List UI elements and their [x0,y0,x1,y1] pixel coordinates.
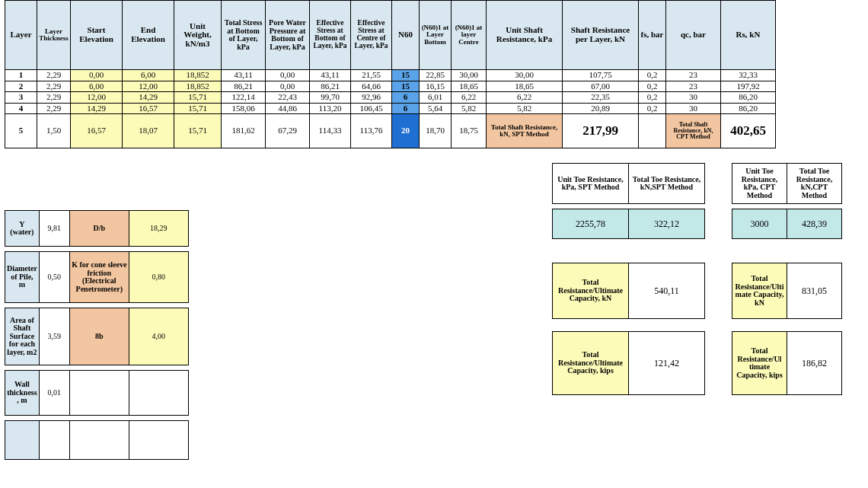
cell: 1 [5,70,37,81]
cell: 2 [5,81,37,92]
cell: 2,29 [37,81,71,92]
cell [69,371,129,416]
table-row-summary: 5 1,50 16,57 18,07 15,71 181,62 67,29 11… [5,114,776,148]
hdr-n60c: (N60)1 at layer Centre [452,1,487,70]
cell: 158,06 [222,103,266,114]
cell: 86,21 [310,81,351,92]
cell: 5 [5,114,37,148]
cell: 4 [5,103,37,114]
cell: 22,85 [420,70,452,81]
value-y-water[interactable]: 9,81 [39,211,69,247]
label-total-toe-spt: Total Toe Resistance, kN,SPT Method [629,164,705,204]
cell[interactable]: 6,00 [71,81,123,92]
cell: 6,22 [452,92,487,104]
cell[interactable]: 6 [392,103,420,114]
table-row: 1 2,29 0,00 6,00 18,852 43,11 0,00 43,11… [5,70,776,81]
table-row: 3 2,29 12,00 14,29 15,71 122,14 22,43 99… [5,92,776,104]
cell: 0,00 [266,70,310,81]
hdr-unitw: Unit Weight, kN/m3 [174,1,222,70]
cell: 44,86 [266,103,310,114]
cell: 92,96 [351,92,392,104]
hdr-pore: Pore Water Pressure at Bottom of Layer, … [266,1,310,70]
label-total-res-kn-cpt: Total Resistance/Ulti mate Capacity, kN [732,263,787,319]
cell[interactable]: 18,852 [174,81,222,92]
cell[interactable]: 18,07 [123,114,174,148]
cell[interactable]: 6,00 [123,70,174,81]
hdr-qc: qc, bar [666,1,721,70]
label-wall-thk: Wall thickness , m [5,371,40,416]
cell: 23 [666,81,721,92]
cell: 2,29 [37,103,71,114]
label-total-res-kips-spt: Total Resistance/Ultimate Capacity, kips [553,332,629,395]
value-wall-thk[interactable]: 0,01 [39,371,69,416]
hdr-rs: Rs, kN [721,1,776,70]
hdr-effb: Effective Stress at Bottom of Layer, kPa [310,1,351,70]
cell[interactable]: 14,29 [123,92,174,104]
label-total-toe-cpt: Total Toe Resistance, kN,CPT Method [787,164,842,204]
cell[interactable]: 16,57 [123,103,174,114]
cell[interactable]: 12,00 [71,92,123,104]
label-y-water: Y (water) [5,211,40,247]
cell: 3 [5,92,37,104]
cell [129,421,188,460]
cell: 22,43 [266,92,310,104]
cell[interactable]: 15 [392,70,420,81]
label-d-over-b: D/b [69,211,129,247]
cell[interactable]: 18,852 [174,70,222,81]
value-diameter[interactable]: 0,50 [39,252,69,303]
label-area-shaft: Area of Shaft Surface for each layer, m2 [5,308,40,365]
cell: 32,33 [721,70,776,81]
cell [39,421,69,460]
cell[interactable]: 16,57 [71,114,123,148]
label-total-res-kips-cpt: Total Resistance/Ul timate Capacity, kip… [732,332,787,395]
cell: 18,70 [420,114,452,148]
toe-header: Unit Toe Resistance, kPa, SPT Method Tot… [553,164,842,204]
cell: 5,82 [452,103,487,114]
cell[interactable]: 20 [392,114,420,148]
cell: 0,00 [266,81,310,92]
hdr-endel: End Elevation [123,1,174,70]
cell: 5,82 [487,103,563,114]
value-total-shaft-spt: 217,99 [563,114,639,148]
hdr-srpl: Shaft Resistance per Layer, kN [563,1,639,70]
hdr-startel: Start Elevation [71,1,123,70]
label-diameter: Diameter of Pile, m [5,252,40,303]
cell: 30 [666,103,721,114]
cell: 197,92 [721,81,776,92]
cell[interactable]: 12,00 [123,81,174,92]
hdr-usr: Unit Shaft Resistance, kPa [487,1,563,70]
value-area-shaft: 3,59 [39,308,69,365]
cell: 20,89 [563,103,639,114]
label-k-cone: K for cone sleeve friction (Electrical P… [69,252,129,303]
cell: 18,65 [452,81,487,92]
table-header: Layer Layer Thickness Start Elevation En… [5,1,776,70]
label-empty [5,421,40,460]
label-unit-toe-spt: Unit Toe Resistance, kPa, SPT Method [553,164,629,204]
cell[interactable]: 15,71 [174,103,222,114]
hdr-totstr: Total Stress at Bottom of Layer, kPa [222,1,266,70]
cell: 1,50 [37,114,71,148]
cell: 113,76 [351,114,392,148]
value-d-over-b: 18,29 [129,211,188,247]
cell: 6,22 [487,92,563,104]
value-k-cone: 0,80 [129,252,188,303]
cell[interactable]: 15,71 [174,92,222,104]
value-total-toe-cpt: 428,39 [787,209,842,239]
cell: 0,2 [639,81,666,92]
cell[interactable]: 15 [392,81,420,92]
label-8b: 8b [69,308,129,365]
cell[interactable]: 0,00 [71,70,123,81]
cell[interactable]: 14,29 [71,103,123,114]
hdr-thk: Layer Thickness [37,1,71,70]
label-total-res-kn-spt: Total Resistance/Ultimate Capacity, kN [553,263,629,319]
cell: 181,62 [222,114,266,148]
value-total-res-kn-cpt: 831,05 [787,263,842,319]
cell[interactable]: 15,71 [174,114,222,148]
cell: 30,00 [452,70,487,81]
value-total-res-kips-spt: 121,42 [629,332,705,395]
cell: 99,70 [310,92,351,104]
cell[interactable]: 6 [392,92,420,104]
value-total-res-kips-cpt: 186,82 [787,332,842,395]
cell: 30,00 [487,70,563,81]
cell: 86,20 [721,92,776,104]
